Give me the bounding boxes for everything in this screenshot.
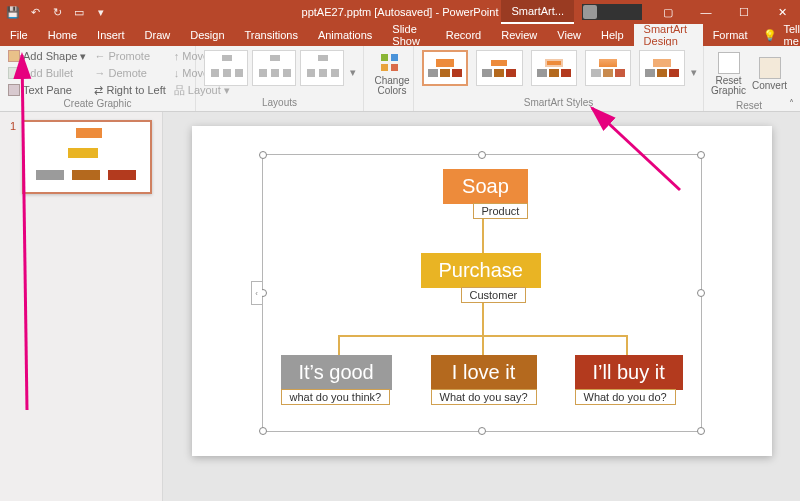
smartart-node[interactable]: I’ll buy it What do you do? bbox=[575, 355, 683, 405]
workspace: 1 ‹ bbox=[0, 112, 800, 501]
tab-home[interactable]: Home bbox=[38, 24, 87, 46]
style-option[interactable] bbox=[585, 50, 631, 86]
resize-handle[interactable] bbox=[697, 151, 705, 159]
right-to-left-button[interactable]: ⇄ Right to Left bbox=[92, 82, 167, 98]
resize-handle[interactable] bbox=[697, 427, 705, 435]
tab-file[interactable]: File bbox=[0, 24, 38, 46]
resize-handle[interactable] bbox=[478, 427, 486, 435]
styles-more-icon[interactable]: ▾ bbox=[691, 66, 697, 79]
group-layouts: ▾ Layouts bbox=[196, 46, 364, 111]
thumb-number: 1 bbox=[10, 120, 16, 194]
add-shape-button[interactable]: Add Shape ▾ bbox=[6, 48, 88, 64]
layout-option[interactable] bbox=[252, 50, 296, 86]
resize-handle[interactable] bbox=[478, 151, 486, 159]
tab-transitions[interactable]: Transitions bbox=[235, 24, 308, 46]
slide-canvas[interactable]: ‹ Soap Product Purchase Customer bbox=[163, 112, 800, 501]
change-colors-icon bbox=[379, 52, 405, 74]
style-option[interactable] bbox=[476, 50, 522, 86]
tab-insert[interactable]: Insert bbox=[87, 24, 135, 46]
layout-option[interactable] bbox=[204, 50, 248, 86]
group-label-create-graphic: Create Graphic bbox=[6, 98, 189, 110]
maximize-button[interactable]: ☐ bbox=[726, 0, 762, 24]
contextual-tab-label: SmartArt... bbox=[501, 0, 574, 24]
layout-option[interactable] bbox=[300, 50, 344, 86]
change-colors-button[interactable]: Change Colors bbox=[370, 48, 414, 100]
group-reset: Reset Graphic Convert Reset bbox=[704, 46, 794, 111]
ribbon-options-icon[interactable]: ▢ bbox=[650, 0, 686, 24]
resize-handle[interactable] bbox=[259, 151, 267, 159]
add-bullet-button: Add Bullet bbox=[6, 65, 88, 81]
resize-handle[interactable] bbox=[697, 289, 705, 297]
user-account-badge[interactable] bbox=[582, 4, 642, 20]
slide-thumbnail[interactable] bbox=[22, 120, 152, 194]
smartart-frame[interactable]: ‹ Soap Product Purchase Customer bbox=[262, 154, 702, 432]
group-label-styles: SmartArt Styles bbox=[420, 97, 697, 109]
group-change-colors: Change Colors bbox=[364, 46, 414, 111]
style-option[interactable] bbox=[639, 50, 685, 86]
reset-graphic-button[interactable]: Reset Graphic bbox=[710, 48, 747, 100]
tab-record[interactable]: Record bbox=[436, 24, 491, 46]
convert-button[interactable]: Convert bbox=[751, 48, 788, 100]
title-bar: 💾 ↶ ↻ ▭ ▾ pptAE27.pptm [Autosaved] - Pow… bbox=[0, 0, 800, 24]
group-label-reset: Reset bbox=[710, 100, 788, 112]
smartart-node[interactable]: Purchase Customer bbox=[421, 253, 542, 303]
qat-more-icon[interactable]: ▾ bbox=[94, 6, 108, 19]
collapse-ribbon-icon[interactable]: ˄ bbox=[789, 98, 794, 109]
undo-icon[interactable]: ↶ bbox=[28, 6, 42, 19]
tellme-input[interactable]: Tell me bbox=[783, 23, 800, 47]
resize-handle[interactable] bbox=[259, 427, 267, 435]
start-slideshow-icon[interactable]: ▭ bbox=[72, 6, 86, 19]
redo-icon[interactable]: ↻ bbox=[50, 6, 64, 19]
reset-icon bbox=[718, 52, 740, 74]
ribbon: Add Shape ▾ Add Bullet Text Pane ← Promo… bbox=[0, 46, 800, 112]
save-icon[interactable]: 💾 bbox=[6, 6, 20, 19]
layouts-more-icon[interactable]: ▾ bbox=[350, 66, 356, 79]
style-option[interactable] bbox=[422, 50, 468, 86]
smartart-node[interactable]: I love it What do you say? bbox=[431, 355, 537, 405]
tab-animations[interactable]: Animations bbox=[308, 24, 382, 46]
convert-icon bbox=[759, 57, 781, 79]
group-smartart-styles: ▾ SmartArt Styles bbox=[414, 46, 704, 111]
tab-slideshow[interactable]: Slide Show bbox=[382, 24, 435, 46]
smartart-node[interactable]: It’s good what do you think? bbox=[281, 355, 392, 405]
tellme-icon: 💡 bbox=[763, 29, 777, 42]
tab-review[interactable]: Review bbox=[491, 24, 547, 46]
promote-button: ← Promote bbox=[92, 48, 167, 64]
tab-format[interactable]: Format bbox=[703, 24, 758, 46]
tab-draw[interactable]: Draw bbox=[135, 24, 181, 46]
slide: ‹ Soap Product Purchase Customer bbox=[192, 126, 772, 456]
demote-button: → Demote bbox=[92, 65, 167, 81]
tab-smartart-design[interactable]: SmartArt Design bbox=[634, 24, 703, 46]
slide-thumbnails-pane: 1 bbox=[0, 112, 163, 501]
tab-design[interactable]: Design bbox=[180, 24, 234, 46]
textpane-toggle[interactable]: ‹ bbox=[251, 281, 262, 305]
quick-access-toolbar: 💾 ↶ ↻ ▭ ▾ bbox=[0, 6, 114, 19]
group-create-graphic: Add Shape ▾ Add Bullet Text Pane ← Promo… bbox=[0, 46, 196, 111]
group-label-layouts: Layouts bbox=[202, 97, 357, 109]
ribbon-tabs: File Home Insert Draw Design Transitions… bbox=[0, 24, 800, 46]
close-button[interactable]: ✕ bbox=[764, 0, 800, 24]
style-option[interactable] bbox=[531, 50, 577, 86]
tab-view[interactable]: View bbox=[547, 24, 591, 46]
smartart-node[interactable]: Soap Product bbox=[443, 169, 529, 219]
text-pane-button[interactable]: Text Pane bbox=[6, 82, 88, 98]
minimize-button[interactable]: — bbox=[688, 0, 724, 24]
tab-help[interactable]: Help bbox=[591, 24, 634, 46]
